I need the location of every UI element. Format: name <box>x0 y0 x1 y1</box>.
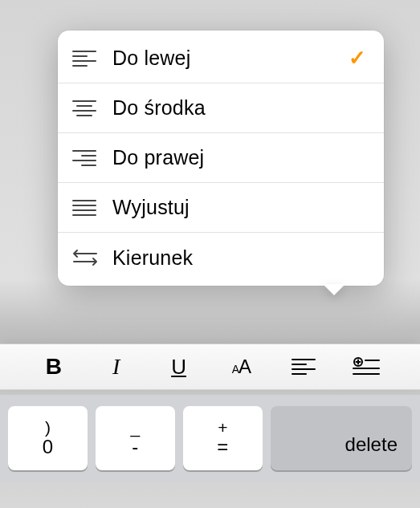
menu-item-align-right[interactable]: Do prawej <box>58 133 384 183</box>
text-size-icon: AA <box>232 356 251 378</box>
align-center-icon <box>72 100 112 117</box>
text-size-button[interactable]: AA <box>218 349 263 384</box>
menu-item-label: Wyjustuj <box>112 196 366 219</box>
key-lower: = <box>217 437 228 457</box>
key-upper: _ <box>131 418 141 437</box>
formatting-toolbar: B I U AA <box>0 343 420 390</box>
align-justify-icon <box>72 199 112 217</box>
direction-arrows-icon <box>72 248 112 267</box>
key-equals[interactable]: + = <box>183 406 263 470</box>
italic-button[interactable]: I <box>94 349 139 384</box>
align-right-icon <box>72 149 112 167</box>
menu-item-direction[interactable]: Kierunek <box>58 233 384 282</box>
alignment-button[interactable] <box>281 349 326 384</box>
align-left-icon <box>72 50 112 67</box>
key-upper: + <box>218 418 227 437</box>
key-lower: 0 <box>43 437 53 457</box>
delete-label: delete <box>345 433 398 456</box>
key-upper: ) <box>45 418 51 437</box>
key-lower: - <box>132 437 138 457</box>
check-icon: ✓ <box>349 46 366 71</box>
insert-button[interactable] <box>344 349 389 384</box>
align-left-icon <box>292 358 316 376</box>
menu-item-label: Do prawej <box>112 146 366 169</box>
menu-item-label: Kierunek <box>112 246 366 270</box>
keyboard-row: ) 0 _ - + = delete <box>0 395 420 482</box>
key-minus[interactable]: _ - <box>96 406 175 470</box>
menu-item-label: Do lewej <box>112 47 349 70</box>
underline-button[interactable]: U <box>157 349 202 384</box>
menu-item-align-center[interactable]: Do środka <box>58 83 384 133</box>
menu-item-label: Do środka <box>112 96 366 120</box>
key-delete[interactable]: delete <box>271 406 412 470</box>
plus-lines-icon <box>353 357 380 376</box>
menu-item-align-left[interactable]: Do lewej ✓ <box>58 34 384 83</box>
alignment-popover: Do lewej ✓ Do środka Do prawej Wyjustuj … <box>58 30 384 286</box>
bold-button[interactable]: B <box>31 349 76 384</box>
key-0[interactable]: ) 0 <box>8 406 88 470</box>
menu-item-justify[interactable]: Wyjustuj <box>58 183 384 233</box>
